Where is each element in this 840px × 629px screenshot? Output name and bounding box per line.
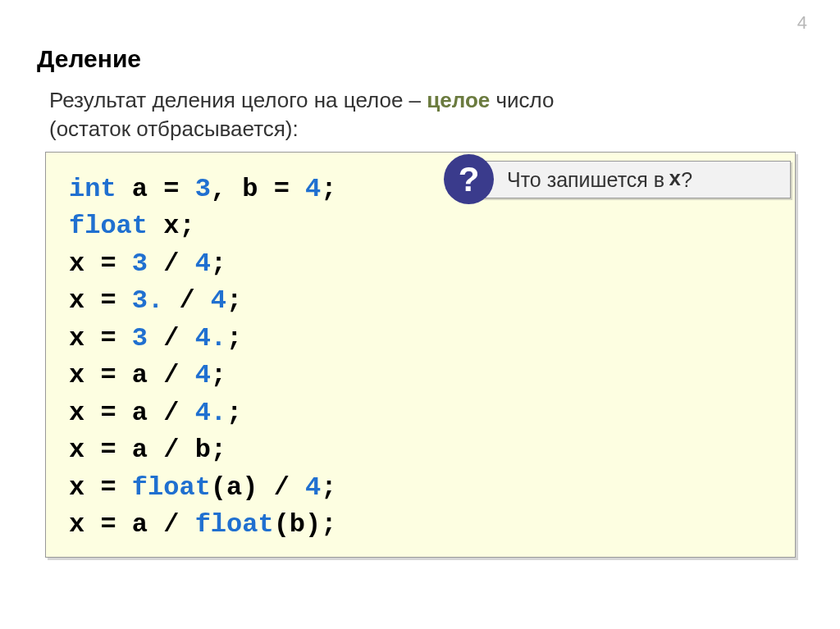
slide-description: Результат деления целого на целое – цело… <box>49 86 554 144</box>
desc-line1-a: Результат деления целого на целое – <box>49 88 427 112</box>
code-text: , b = <box>211 174 305 204</box>
code-text: ; <box>226 398 242 428</box>
code-text: / <box>148 323 195 353</box>
code-line-8: x = a / b; <box>69 431 772 468</box>
code-text: x = <box>69 285 132 316</box>
code-line-3: x = 3 / 4; <box>69 245 772 282</box>
callout-text-b: ? <box>681 168 692 192</box>
keyword-int: int <box>69 174 116 204</box>
number-literal: 4 <box>305 174 321 204</box>
code-text: ; <box>226 285 242 316</box>
code-text: x = <box>69 323 132 353</box>
code-text: x = a / <box>69 360 195 390</box>
number-literal: 4 <box>211 285 226 316</box>
code-text: x; <box>148 211 195 241</box>
desc-highlight: целое <box>427 88 490 112</box>
code-text: x = a / <box>69 398 195 428</box>
number-literal: 3 <box>132 248 148 279</box>
desc-line2: (остаток отбрасывается): <box>49 116 299 141</box>
code-text: ; <box>211 360 226 390</box>
code-text: a = <box>116 174 195 204</box>
code-text: / <box>148 248 195 279</box>
code-text: x = <box>69 472 132 503</box>
code-line-9: x = float(a) / 4; <box>69 469 772 506</box>
code-line-10: x = a / float(b); <box>69 506 772 543</box>
number-literal: 3. <box>132 285 163 316</box>
code-text: / <box>163 285 211 316</box>
number-literal: 4. <box>195 323 226 353</box>
slide-title: Деление <box>37 45 141 73</box>
code-line-5: x = 3 / 4.; <box>69 320 772 357</box>
code-block: int a = 3, b = 4; float x; x = 3 / 4; x … <box>45 152 796 558</box>
code-line-4: x = 3. / 4; <box>69 282 772 319</box>
number-literal: 4 <box>195 248 211 279</box>
code-text: x = a / b; <box>69 435 226 465</box>
code-text: ; <box>321 174 336 204</box>
code-text: (a) / <box>211 472 305 503</box>
number-literal: 4. <box>195 398 226 428</box>
number-literal: 4 <box>195 360 211 390</box>
number-literal: 3 <box>195 174 211 204</box>
callout-text-a: Что запишется в <box>507 168 664 192</box>
code-line-7: x = a / 4.; <box>69 394 772 431</box>
code-text: ; <box>321 472 336 503</box>
code-text: ; <box>226 323 242 353</box>
desc-line1-b: число <box>490 88 554 112</box>
page-number: 4 <box>797 12 807 34</box>
function-float: float <box>132 472 211 503</box>
function-float: float <box>195 509 274 540</box>
code-text: (b); <box>274 509 337 540</box>
code-text: x = a / <box>69 509 195 540</box>
callout-mono-x: x <box>669 168 681 192</box>
code-line-6: x = a / 4; <box>69 357 772 394</box>
code-text: ; <box>211 248 226 279</box>
code-line-2: float x; <box>69 207 772 244</box>
keyword-float: float <box>69 211 148 241</box>
code-text: x = <box>69 248 132 279</box>
number-literal: 3 <box>132 323 148 353</box>
number-literal: 4 <box>305 472 321 503</box>
callout-box: Что запишется в x ? <box>475 161 791 198</box>
question-icon: ? <box>444 154 494 204</box>
